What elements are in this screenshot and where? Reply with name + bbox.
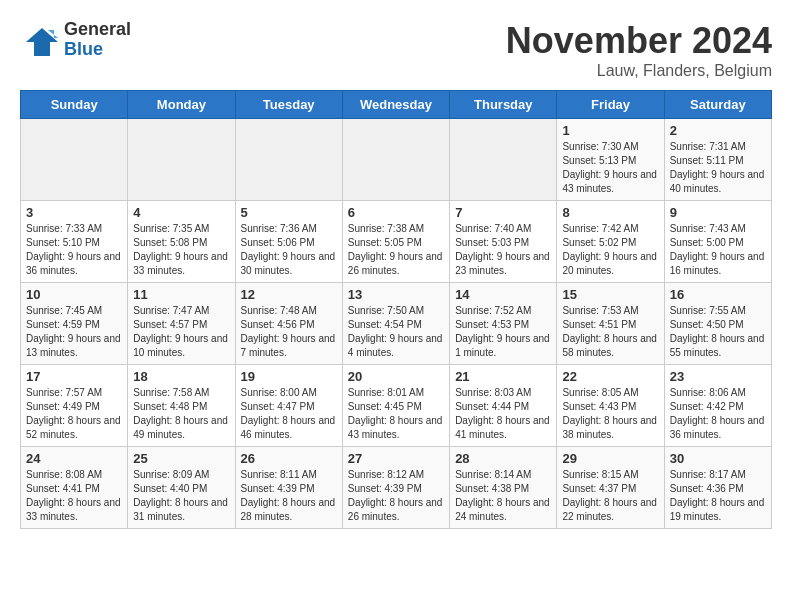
col-thursday: Thursday: [450, 91, 557, 119]
col-sunday: Sunday: [21, 91, 128, 119]
calendar-cell: 7Sunrise: 7:40 AMSunset: 5:03 PMDaylight…: [450, 201, 557, 283]
calendar-cell: 16Sunrise: 7:55 AMSunset: 4:50 PMDayligh…: [664, 283, 771, 365]
day-info: Sunrise: 8:09 AMSunset: 4:40 PMDaylight:…: [133, 468, 229, 524]
day-info: Sunrise: 8:06 AMSunset: 4:42 PMDaylight:…: [670, 386, 766, 442]
calendar-cell: 20Sunrise: 8:01 AMSunset: 4:45 PMDayligh…: [342, 365, 449, 447]
day-number: 5: [241, 205, 337, 220]
day-number: 20: [348, 369, 444, 384]
day-info: Sunrise: 8:12 AMSunset: 4:39 PMDaylight:…: [348, 468, 444, 524]
day-number: 6: [348, 205, 444, 220]
week-row-1: 3Sunrise: 7:33 AMSunset: 5:10 PMDaylight…: [21, 201, 772, 283]
day-info: Sunrise: 8:05 AMSunset: 4:43 PMDaylight:…: [562, 386, 658, 442]
month-title: November 2024: [506, 20, 772, 62]
day-number: 7: [455, 205, 551, 220]
day-info: Sunrise: 7:58 AMSunset: 4:48 PMDaylight:…: [133, 386, 229, 442]
day-number: 22: [562, 369, 658, 384]
day-number: 23: [670, 369, 766, 384]
day-info: Sunrise: 7:31 AMSunset: 5:11 PMDaylight:…: [670, 140, 766, 196]
logo: General Blue: [20, 20, 131, 60]
day-info: Sunrise: 7:57 AMSunset: 4:49 PMDaylight:…: [26, 386, 122, 442]
calendar-cell: 21Sunrise: 8:03 AMSunset: 4:44 PMDayligh…: [450, 365, 557, 447]
day-number: 11: [133, 287, 229, 302]
day-info: Sunrise: 8:03 AMSunset: 4:44 PMDaylight:…: [455, 386, 551, 442]
day-info: Sunrise: 7:47 AMSunset: 4:57 PMDaylight:…: [133, 304, 229, 360]
day-info: Sunrise: 8:11 AMSunset: 4:39 PMDaylight:…: [241, 468, 337, 524]
day-number: 13: [348, 287, 444, 302]
day-number: 26: [241, 451, 337, 466]
day-info: Sunrise: 7:53 AMSunset: 4:51 PMDaylight:…: [562, 304, 658, 360]
calendar-cell: [128, 119, 235, 201]
calendar-cell: 30Sunrise: 8:17 AMSunset: 4:36 PMDayligh…: [664, 447, 771, 529]
day-number: 9: [670, 205, 766, 220]
location-subtitle: Lauw, Flanders, Belgium: [506, 62, 772, 80]
day-info: Sunrise: 7:33 AMSunset: 5:10 PMDaylight:…: [26, 222, 122, 278]
week-row-0: 1Sunrise: 7:30 AMSunset: 5:13 PMDaylight…: [21, 119, 772, 201]
title-section: November 2024 Lauw, Flanders, Belgium: [506, 20, 772, 80]
calendar-cell: 2Sunrise: 7:31 AMSunset: 5:11 PMDaylight…: [664, 119, 771, 201]
calendar-cell: 23Sunrise: 8:06 AMSunset: 4:42 PMDayligh…: [664, 365, 771, 447]
day-info: Sunrise: 8:17 AMSunset: 4:36 PMDaylight:…: [670, 468, 766, 524]
day-info: Sunrise: 7:40 AMSunset: 5:03 PMDaylight:…: [455, 222, 551, 278]
calendar-cell: 4Sunrise: 7:35 AMSunset: 5:08 PMDaylight…: [128, 201, 235, 283]
calendar-table: Sunday Monday Tuesday Wednesday Thursday…: [20, 90, 772, 529]
calendar-cell: 17Sunrise: 7:57 AMSunset: 4:49 PMDayligh…: [21, 365, 128, 447]
col-friday: Friday: [557, 91, 664, 119]
day-number: 8: [562, 205, 658, 220]
day-info: Sunrise: 8:00 AMSunset: 4:47 PMDaylight:…: [241, 386, 337, 442]
calendar-cell: [235, 119, 342, 201]
calendar-cell: [21, 119, 128, 201]
day-number: 27: [348, 451, 444, 466]
col-tuesday: Tuesday: [235, 91, 342, 119]
day-info: Sunrise: 7:30 AMSunset: 5:13 PMDaylight:…: [562, 140, 658, 196]
calendar-cell: 3Sunrise: 7:33 AMSunset: 5:10 PMDaylight…: [21, 201, 128, 283]
page-header: General Blue November 2024 Lauw, Flander…: [20, 20, 772, 80]
week-row-4: 24Sunrise: 8:08 AMSunset: 4:41 PMDayligh…: [21, 447, 772, 529]
calendar-cell: 22Sunrise: 8:05 AMSunset: 4:43 PMDayligh…: [557, 365, 664, 447]
col-saturday: Saturday: [664, 91, 771, 119]
logo-general: General: [64, 20, 131, 40]
week-row-3: 17Sunrise: 7:57 AMSunset: 4:49 PMDayligh…: [21, 365, 772, 447]
day-info: Sunrise: 7:52 AMSunset: 4:53 PMDaylight:…: [455, 304, 551, 360]
day-number: 29: [562, 451, 658, 466]
day-number: 25: [133, 451, 229, 466]
calendar-cell: 15Sunrise: 7:53 AMSunset: 4:51 PMDayligh…: [557, 283, 664, 365]
day-number: 3: [26, 205, 122, 220]
calendar-cell: [342, 119, 449, 201]
calendar-cell: 5Sunrise: 7:36 AMSunset: 5:06 PMDaylight…: [235, 201, 342, 283]
col-monday: Monday: [128, 91, 235, 119]
day-number: 30: [670, 451, 766, 466]
col-wednesday: Wednesday: [342, 91, 449, 119]
header-row: Sunday Monday Tuesday Wednesday Thursday…: [21, 91, 772, 119]
day-info: Sunrise: 7:50 AMSunset: 4:54 PMDaylight:…: [348, 304, 444, 360]
day-number: 19: [241, 369, 337, 384]
calendar-cell: 25Sunrise: 8:09 AMSunset: 4:40 PMDayligh…: [128, 447, 235, 529]
calendar-header: Sunday Monday Tuesday Wednesday Thursday…: [21, 91, 772, 119]
calendar-cell: 18Sunrise: 7:58 AMSunset: 4:48 PMDayligh…: [128, 365, 235, 447]
day-number: 10: [26, 287, 122, 302]
logo-icon: [20, 20, 60, 60]
calendar-cell: [450, 119, 557, 201]
day-info: Sunrise: 7:35 AMSunset: 5:08 PMDaylight:…: [133, 222, 229, 278]
day-number: 24: [26, 451, 122, 466]
day-info: Sunrise: 8:08 AMSunset: 4:41 PMDaylight:…: [26, 468, 122, 524]
day-number: 17: [26, 369, 122, 384]
calendar-cell: 24Sunrise: 8:08 AMSunset: 4:41 PMDayligh…: [21, 447, 128, 529]
day-number: 28: [455, 451, 551, 466]
day-info: Sunrise: 8:14 AMSunset: 4:38 PMDaylight:…: [455, 468, 551, 524]
logo-text: General Blue: [64, 20, 131, 60]
day-number: 21: [455, 369, 551, 384]
calendar-cell: 29Sunrise: 8:15 AMSunset: 4:37 PMDayligh…: [557, 447, 664, 529]
day-number: 1: [562, 123, 658, 138]
day-number: 12: [241, 287, 337, 302]
calendar-cell: 12Sunrise: 7:48 AMSunset: 4:56 PMDayligh…: [235, 283, 342, 365]
day-info: Sunrise: 7:38 AMSunset: 5:05 PMDaylight:…: [348, 222, 444, 278]
calendar-cell: 28Sunrise: 8:14 AMSunset: 4:38 PMDayligh…: [450, 447, 557, 529]
day-number: 4: [133, 205, 229, 220]
calendar-body: 1Sunrise: 7:30 AMSunset: 5:13 PMDaylight…: [21, 119, 772, 529]
day-info: Sunrise: 7:36 AMSunset: 5:06 PMDaylight:…: [241, 222, 337, 278]
day-number: 14: [455, 287, 551, 302]
day-number: 18: [133, 369, 229, 384]
day-info: Sunrise: 8:01 AMSunset: 4:45 PMDaylight:…: [348, 386, 444, 442]
day-info: Sunrise: 7:55 AMSunset: 4:50 PMDaylight:…: [670, 304, 766, 360]
calendar-cell: 26Sunrise: 8:11 AMSunset: 4:39 PMDayligh…: [235, 447, 342, 529]
